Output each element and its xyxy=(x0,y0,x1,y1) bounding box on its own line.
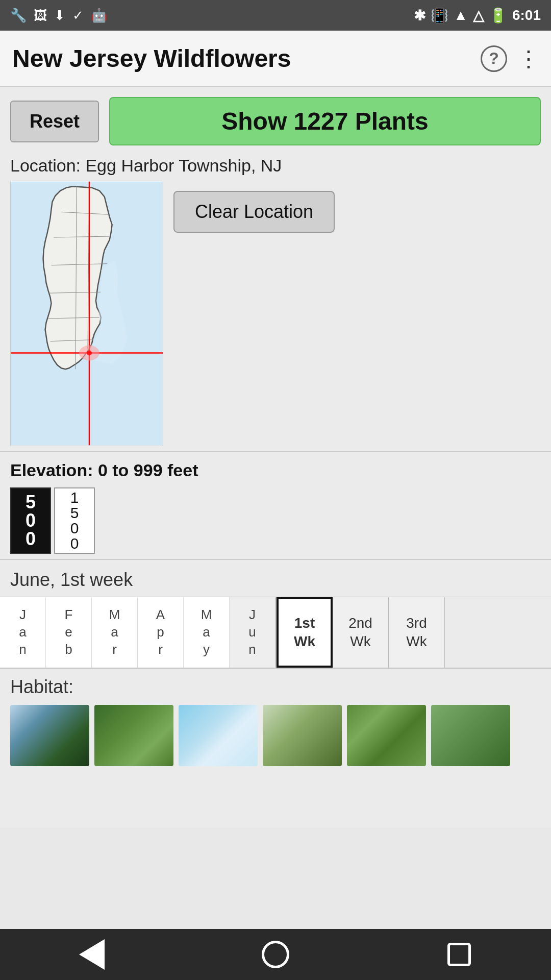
home-icon xyxy=(262,941,289,968)
week-items: 1stWk 2ndWk 3rdWk xyxy=(277,597,445,668)
elevation-range: 0 to 999 feet xyxy=(98,460,198,480)
elevation-max-value: 1500 xyxy=(70,490,79,551)
status-bar: 🔧 🖼 ⬇ ✓ 🤖 ✱ 📳 ▲ △ 🔋 6:01 xyxy=(0,0,551,31)
habitat-forest[interactable] xyxy=(94,705,173,766)
habitat-lake[interactable] xyxy=(179,705,258,766)
location-label: Location: Egg Harbor Township, NJ xyxy=(10,156,541,176)
show-plants-button[interactable]: Show 1227 Plants xyxy=(109,97,541,145)
wifi-icon: ▲ xyxy=(454,7,468,23)
help-button[interactable]: ? xyxy=(481,45,507,72)
habitat-trees[interactable] xyxy=(431,705,510,766)
recent-icon xyxy=(447,943,471,966)
wrench-icon: 🔧 xyxy=(10,8,27,23)
main-content: Reset Show 1227 Plants Location: Egg Har… xyxy=(0,87,551,827)
week-3[interactable]: 3rdWk xyxy=(389,597,445,668)
month-mar[interactable]: Mar xyxy=(92,597,138,668)
month-apr[interactable]: Apr xyxy=(138,597,184,668)
week-2[interactable]: 2ndWk xyxy=(333,597,389,668)
nav-recent-button[interactable] xyxy=(439,934,480,975)
nav-bar xyxy=(0,929,551,980)
habitat-label: Habitat: xyxy=(10,676,541,698)
month-jun[interactable]: Jun xyxy=(230,597,276,668)
bloom-period-label: June, 1st week xyxy=(0,565,551,597)
month-feb[interactable]: Feb xyxy=(46,597,92,668)
week-1[interactable]: 1stWk xyxy=(277,597,333,668)
back-icon xyxy=(79,939,105,970)
elevation-prefix: Elevation: xyxy=(10,460,98,480)
map-svg xyxy=(11,181,163,446)
month-items: Jan Feb Mar Apr May Jun xyxy=(0,597,277,668)
month-may[interactable]: May xyxy=(184,597,230,668)
habitat-woodland[interactable] xyxy=(347,705,426,766)
habitat-section: Habitat: xyxy=(0,668,551,771)
elevation-slider[interactable]: 500 1500 xyxy=(10,487,541,554)
habitat-images-row xyxy=(10,705,541,766)
reset-button[interactable]: Reset xyxy=(10,101,99,142)
nj-map[interactable] xyxy=(10,181,163,446)
top-buttons-row: Reset Show 1227 Plants xyxy=(0,87,551,151)
elevation-max-box[interactable]: 1500 xyxy=(54,487,95,554)
clock: 6:01 xyxy=(512,7,541,23)
download-icon: ⬇ xyxy=(54,8,65,23)
nav-back-button[interactable] xyxy=(71,934,112,975)
app-bar: New Jersey Wildflowers ? ⋮ xyxy=(0,31,551,87)
battery-icon: 🔋 xyxy=(489,7,507,24)
clear-location-button[interactable]: Clear Location xyxy=(173,191,335,233)
habitat-alpine[interactable] xyxy=(10,705,89,766)
elevation-min-value: 500 xyxy=(26,493,36,548)
elevation-min-box[interactable]: 500 xyxy=(10,487,51,554)
more-options-button[interactable]: ⋮ xyxy=(517,45,539,71)
app-bar-icons: ? ⋮ xyxy=(481,45,539,72)
elevation-label: Elevation: 0 to 999 feet xyxy=(10,460,541,480)
status-icons-right: ✱ 📳 ▲ △ 🔋 6:01 xyxy=(414,7,541,24)
app-title: New Jersey Wildflowers xyxy=(12,44,291,72)
checkmark-icon: ✓ xyxy=(72,8,84,23)
bluetooth-icon: ✱ xyxy=(414,7,425,24)
month-week-row: Jan Feb Mar Apr May Jun 1stWk 2ndWk 3rdW… xyxy=(0,597,551,668)
habitat-meadow[interactable] xyxy=(263,705,342,766)
signal-icon: △ xyxy=(473,7,484,24)
nav-home-button[interactable] xyxy=(255,934,296,975)
month-week-section: June, 1st week Jan Feb Mar Apr May Jun 1… xyxy=(0,559,551,668)
location-row: Clear Location xyxy=(10,181,541,446)
android-icon: 🤖 xyxy=(91,8,107,23)
svg-point-14 xyxy=(87,351,92,356)
image-icon: 🖼 xyxy=(34,8,47,23)
month-jan[interactable]: Jan xyxy=(0,597,46,668)
location-section: Location: Egg Harbor Township, NJ xyxy=(0,151,551,451)
elevation-section: Elevation: 0 to 999 feet 500 1500 xyxy=(0,451,551,559)
status-icons-left: 🔧 🖼 ⬇ ✓ 🤖 xyxy=(10,8,107,23)
vibrate-icon: 📳 xyxy=(431,7,448,24)
